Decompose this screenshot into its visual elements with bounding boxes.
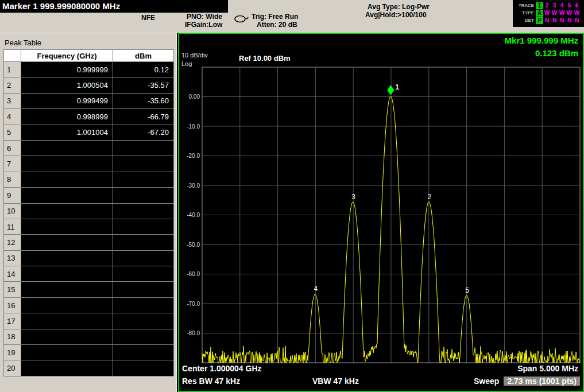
row-number-cell: 2 xyxy=(4,77,21,93)
nfe-indicator[interactable]: NFE xyxy=(141,14,155,22)
trace-legend-cell[interactable]: W xyxy=(558,10,566,17)
trace-legend-cell[interactable]: 4 xyxy=(558,2,566,9)
dbm-cell xyxy=(113,172,174,187)
frequency-cell xyxy=(21,172,113,187)
frequency-cell: 0.999499 xyxy=(21,93,113,108)
trace-legend-cell[interactable]: W xyxy=(573,10,581,17)
trace-legend-active-cell[interactable]: P xyxy=(536,17,543,24)
frequency-cell xyxy=(21,156,113,172)
dbm-cell xyxy=(113,203,174,219)
trace-legend-label: TRACE xyxy=(513,3,536,8)
ifgain-setting[interactable]: IFGain:Low xyxy=(185,21,222,29)
row-number-cell: 17 xyxy=(4,313,21,329)
frequency-cell xyxy=(21,360,113,376)
peak-table-row: 14 xyxy=(4,266,174,282)
row-number-cell: 14 xyxy=(4,266,21,282)
y-axis-tick-label: -40.0 xyxy=(187,212,200,218)
frequency-cell xyxy=(21,235,113,250)
row-number-cell: 3 xyxy=(4,93,21,108)
peak-table-row: 12 xyxy=(4,235,174,250)
marker-amplitude-readout: 0.123 dBm xyxy=(535,48,578,58)
trace-legend-cell[interactable]: 3 xyxy=(551,2,558,9)
spectrum-svg: 0.00-10.0-20.0-30.0-40.0-50.0-60.0-70.0-… xyxy=(179,34,583,391)
marker-1-diamond[interactable] xyxy=(387,85,394,95)
row-number-cell: 11 xyxy=(4,219,21,234)
trace-legend-cell[interactable]: N xyxy=(558,17,566,24)
peak-table-row: 18 xyxy=(4,329,174,344)
marker-frequency-readout[interactable]: Mkr1 999.999 MHz xyxy=(505,36,578,45)
speaker-icon[interactable] xyxy=(233,14,249,24)
avg-hold-setting[interactable]: Avg|Hold:>100/100 xyxy=(365,11,427,19)
row-number-cell: 9 xyxy=(4,188,21,203)
avg-type-setting[interactable]: Avg Type: Log-Pwr xyxy=(368,3,430,11)
dbm-cell xyxy=(113,297,174,313)
trace-legend-cell[interactable]: W xyxy=(566,10,573,17)
trace-legend-active-cell[interactable]: A xyxy=(536,10,543,17)
dbm-cell xyxy=(113,282,174,297)
row-number-cell: 8 xyxy=(4,172,21,187)
scale-per-div-label[interactable]: 10 dB/div xyxy=(181,52,208,59)
frequency-cell xyxy=(21,282,113,297)
marker-title-bar[interactable]: Marker 1 999.999080000 MHz xyxy=(0,0,228,13)
sweep-value[interactable]: 2.73 ms (1001 pts) xyxy=(504,377,580,386)
scale-type-label[interactable]: Log xyxy=(181,60,192,67)
row-number-cell: 12 xyxy=(4,235,21,250)
sweep-label: Sweep xyxy=(474,377,499,386)
peak-table-row: 10.9999990.12 xyxy=(4,62,174,77)
dbm-cell xyxy=(113,156,174,172)
rbw-label[interactable]: Res BW 47 kHz xyxy=(182,377,240,386)
peak-table-row: 40.998999-66.79 xyxy=(4,109,174,125)
trace-legend-cell[interactable]: N xyxy=(543,17,551,24)
y-axis-tick-label: -20.0 xyxy=(187,153,200,159)
peak-table-title: Peak Table xyxy=(5,38,41,47)
frequency-cell xyxy=(21,266,113,282)
row-number-cell: 15 xyxy=(4,282,21,297)
trigger-setting[interactable]: Trig: Free Run xyxy=(252,13,298,21)
row-number-cell: 18 xyxy=(4,329,21,344)
trace-legend[interactable]: TRACE123456TYPEAWWWWWDETPNNNNN xyxy=(513,0,584,27)
dbm-cell xyxy=(113,235,174,250)
trace-legend-row: DETPNNNNN xyxy=(513,17,584,24)
peak-table-row: 17 xyxy=(4,313,174,329)
pno-setting[interactable]: PNO: Wide xyxy=(187,13,222,21)
atten-setting[interactable]: Atten: 20 dB xyxy=(257,21,297,29)
span-label[interactable]: Span 5.000 MHz xyxy=(517,364,578,373)
dbm-column-header: dBm xyxy=(113,50,174,62)
peak-table-row: 16 xyxy=(4,297,174,313)
dbm-cell xyxy=(113,250,174,266)
peak-table-row: 11 xyxy=(4,219,174,234)
vbw-label[interactable]: VBW 47 kHz xyxy=(312,377,359,386)
row-number-header xyxy=(4,50,21,62)
ref-level-label[interactable]: Ref 10.00 dBm xyxy=(239,54,291,63)
trace-legend-cell[interactable]: 5 xyxy=(566,2,573,9)
frequency-cell: 1.000504 xyxy=(21,77,113,93)
trace-legend-cell[interactable]: W xyxy=(551,10,558,17)
center-frequency-label[interactable]: Center 1.000004 GHz xyxy=(182,364,262,373)
y-axis-tick-label: -70.0 xyxy=(187,301,200,307)
trace-legend-cell[interactable]: W xyxy=(543,10,551,17)
frequency-cell: 0.999999 xyxy=(21,62,113,77)
trace-legend-cell[interactable]: N xyxy=(573,17,581,24)
trace-legend-label: TYPE xyxy=(513,10,536,15)
row-number-cell: 16 xyxy=(4,297,21,313)
settings-bar: Marker 1 999.999080000 MHz NFE PNO: Wide… xyxy=(0,0,584,33)
trace-legend-active-cell[interactable]: 1 xyxy=(536,2,543,9)
trace-legend-cell[interactable]: 2 xyxy=(543,2,551,9)
trace-legend-cell[interactable]: 6 xyxy=(573,2,581,9)
trace-legend-cell[interactable]: N xyxy=(566,17,573,24)
frequency-cell xyxy=(21,203,113,219)
peak-table-body: 10.9999990.1221.000504-35.5730.999499-35… xyxy=(4,62,174,377)
dbm-cell xyxy=(113,313,174,329)
peak-number-label: 4 xyxy=(314,285,318,293)
frequency-cell xyxy=(21,140,113,156)
peak-number-label: 2 xyxy=(427,193,431,201)
sweep-annotation[interactable]: Sweep2.73 ms (1001 pts) xyxy=(474,377,580,386)
peak-table-row: 7 xyxy=(4,156,174,172)
marker-number-label: 1 xyxy=(395,83,399,91)
peak-table-row: 15 xyxy=(4,282,174,297)
trace-legend-cell[interactable]: N xyxy=(551,17,558,24)
y-axis-tick-label: -80.0 xyxy=(187,330,200,336)
dbm-cell: -35.57 xyxy=(113,77,174,93)
row-number-cell: 20 xyxy=(4,360,21,376)
peak-table-row: 20 xyxy=(4,360,174,376)
